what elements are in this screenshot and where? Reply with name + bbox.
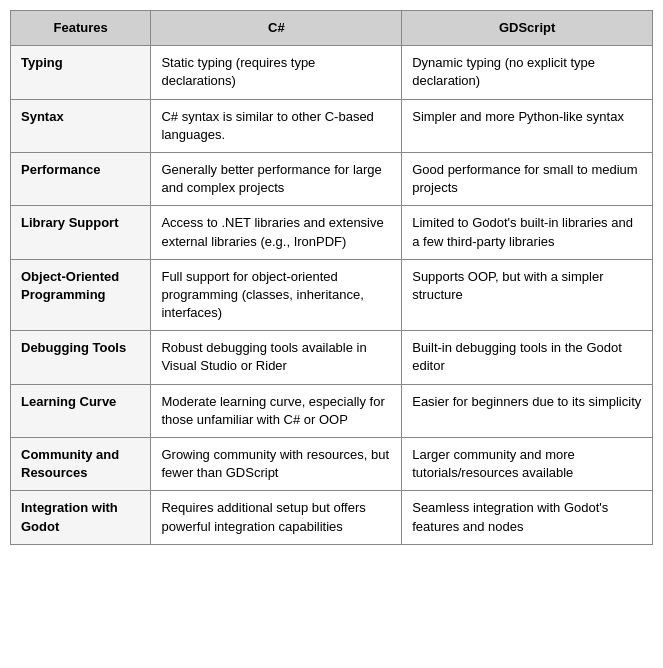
cell-csharp: Static typing (requires type declaration… bbox=[151, 46, 402, 99]
table-row: TypingStatic typing (requires type decla… bbox=[11, 46, 653, 99]
table-row: SyntaxC# syntax is similar to other C-ba… bbox=[11, 99, 653, 152]
cell-gdscript: Good performance for small to medium pro… bbox=[402, 152, 653, 205]
cell-csharp: C# syntax is similar to other C-based la… bbox=[151, 99, 402, 152]
cell-gdscript: Built-in debugging tools in the Godot ed… bbox=[402, 331, 653, 384]
cell-feature: Performance bbox=[11, 152, 151, 205]
table-row: Community and ResourcesGrowing community… bbox=[11, 438, 653, 491]
cell-gdscript: Supports OOP, but with a simpler structu… bbox=[402, 259, 653, 331]
header-gdscript: GDScript bbox=[402, 11, 653, 46]
table-row: Library SupportAccess to .NET libraries … bbox=[11, 206, 653, 259]
cell-gdscript: Simpler and more Python-like syntax bbox=[402, 99, 653, 152]
table-header-row: Features C# GDScript bbox=[11, 11, 653, 46]
cell-csharp: Growing community with resources, but fe… bbox=[151, 438, 402, 491]
table-row: Object-Oriented ProgrammingFull support … bbox=[11, 259, 653, 331]
cell-gdscript: Larger community and more tutorials/reso… bbox=[402, 438, 653, 491]
cell-feature: Integration with Godot bbox=[11, 491, 151, 544]
cell-csharp: Generally better performance for large a… bbox=[151, 152, 402, 205]
cell-feature: Library Support bbox=[11, 206, 151, 259]
cell-feature: Object-Oriented Programming bbox=[11, 259, 151, 331]
cell-csharp: Moderate learning curve, especially for … bbox=[151, 384, 402, 437]
cell-csharp: Full support for object-oriented program… bbox=[151, 259, 402, 331]
table-row: PerformanceGenerally better performance … bbox=[11, 152, 653, 205]
table-row: Debugging ToolsRobust debugging tools av… bbox=[11, 331, 653, 384]
comparison-table: Features C# GDScript TypingStatic typing… bbox=[10, 10, 653, 545]
cell-feature: Typing bbox=[11, 46, 151, 99]
cell-gdscript: Limited to Godot's built-in libraries an… bbox=[402, 206, 653, 259]
cell-csharp: Robust debugging tools available in Visu… bbox=[151, 331, 402, 384]
cell-feature: Syntax bbox=[11, 99, 151, 152]
header-features: Features bbox=[11, 11, 151, 46]
cell-feature: Learning Curve bbox=[11, 384, 151, 437]
table-row: Integration with GodotRequires additiona… bbox=[11, 491, 653, 544]
table-row: Learning CurveModerate learning curve, e… bbox=[11, 384, 653, 437]
cell-gdscript: Dynamic typing (no explicit type declara… bbox=[402, 46, 653, 99]
cell-feature: Community and Resources bbox=[11, 438, 151, 491]
cell-csharp: Requires additional setup but offers pow… bbox=[151, 491, 402, 544]
cell-gdscript: Easier for beginners due to its simplici… bbox=[402, 384, 653, 437]
cell-gdscript: Seamless integration with Godot's featur… bbox=[402, 491, 653, 544]
cell-csharp: Access to .NET libraries and extensive e… bbox=[151, 206, 402, 259]
header-csharp: C# bbox=[151, 11, 402, 46]
cell-feature: Debugging Tools bbox=[11, 331, 151, 384]
